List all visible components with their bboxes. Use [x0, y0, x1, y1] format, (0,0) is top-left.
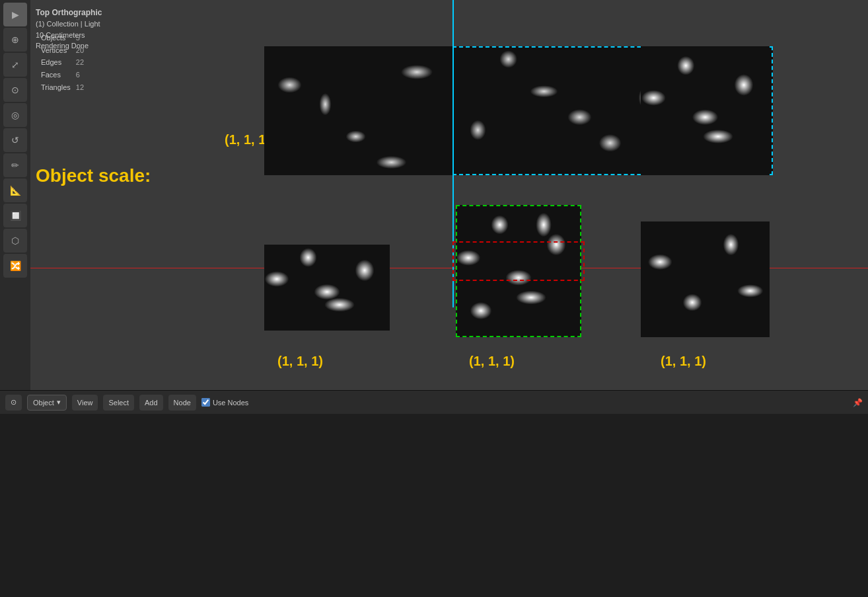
stat-triangles-val: 12: [76, 81, 84, 94]
stat-triangles-label: Triangles: [41, 81, 71, 94]
toolbar-icon-4[interactable]: ⊙: [3, 78, 27, 102]
toolbar-icon-2[interactable]: ⊕: [3, 28, 27, 52]
stat-objects-label: Objects: [41, 32, 71, 44]
texture-right-top: [641, 46, 770, 175]
toolbar-icon-5[interactable]: ◎: [3, 103, 27, 127]
toolbar-icon-10[interactable]: ⬡: [3, 229, 27, 253]
toolbar-icon-3[interactable]: ⤢: [3, 53, 27, 77]
node-editor-header: ⊙ Object ▾ View Select Add Node Use Node…: [0, 390, 868, 414]
pin-icon[interactable]: 📌: [853, 398, 863, 407]
coord-label-bottom-mid: (1, 1, 1): [469, 354, 515, 369]
stat-edges-label: Edges: [41, 56, 71, 69]
toolbar-icon-8[interactable]: 📐: [3, 179, 27, 202]
select-menu[interactable]: Select: [103, 395, 134, 411]
stat-vertices-label: Vertices: [41, 44, 71, 57]
stat-objects-val: 5: [76, 32, 84, 44]
coord-label-bottom-left: (1, 1, 1): [277, 354, 323, 369]
node-menu[interactable]: Node: [168, 395, 196, 411]
viewport-collection: (1) Collection | Light: [36, 19, 102, 30]
viewport-title: Top Orthographic: [36, 7, 102, 19]
viewport-icon-btn[interactable]: ⊙: [5, 395, 22, 411]
coord-label-bottom-right: (1, 1, 1): [661, 354, 706, 369]
toolbar-icon-1[interactable]: ▶: [3, 3, 27, 26]
use-nodes-label: Use Nodes: [213, 399, 248, 407]
view-menu[interactable]: View: [72, 395, 98, 411]
toolbar-icon-6[interactable]: ↺: [3, 128, 27, 152]
stat-faces-label: Faces: [41, 69, 71, 81]
coord-label-top: (1, 1, 1): [225, 132, 270, 147]
noise-pattern-left: [264, 245, 390, 331]
stat-edges-val: 22: [76, 56, 84, 69]
stat-faces-val: 6: [76, 69, 84, 81]
add-menu[interactable]: Add: [139, 395, 163, 411]
node-editor: ⊙ Object ▾ View Select Add Node Use Node…: [0, 390, 868, 597]
stat-vertices-val: 20: [76, 44, 84, 57]
left-toolbar: ▶ ⊕ ⤢ ⊙ ◎ ↺ ✏ 📐 🔲 ⬡ 🔀: [0, 0, 30, 390]
mode-label: Object: [33, 399, 54, 407]
mode-dropdown[interactable]: Object ▾: [27, 395, 67, 411]
object-scale-label: Object scale:: [36, 165, 151, 186]
toolbar-icon-11[interactable]: 🔀: [3, 254, 27, 278]
chevron-down-icon: ▾: [57, 398, 61, 407]
viewport[interactable]: ▶ ⊕ ⤢ ⊙ ◎ ↺ ✏ 📐 🔲 ⬡ 🔀 Top Orthographic (…: [0, 0, 868, 390]
noise-pattern-right-bottom: [641, 221, 770, 337]
texture-right-bottom: [641, 221, 770, 337]
texture-left: [264, 245, 390, 331]
wires-overlay: [0, 390, 868, 597]
toolbar-icon-7[interactable]: ✏: [3, 153, 27, 177]
toolbar-icon-9[interactable]: 🔲: [3, 204, 27, 227]
noise-pattern-right-top: [641, 46, 770, 175]
red-selection-border: [452, 241, 585, 281]
texture-mid: [456, 205, 581, 337]
use-nodes-toggle[interactable]: Use Nodes: [201, 398, 248, 407]
viewport-stats: Objects5 Vertices20 Edges22 Faces6 Trian…: [36, 32, 89, 93]
